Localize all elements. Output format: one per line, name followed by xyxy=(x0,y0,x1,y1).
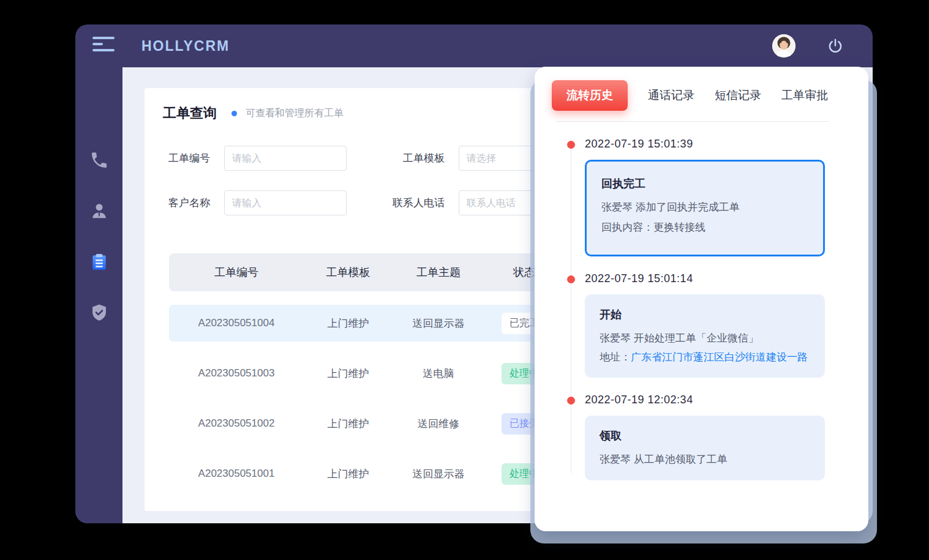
timeline-timestamp: 2022-07-19 15:01:14 xyxy=(585,272,844,285)
avatar[interactable] xyxy=(772,34,795,58)
tab-sms-records[interactable]: 短信记录 xyxy=(715,88,761,103)
tab-flow-history[interactable]: 流转历史 xyxy=(552,80,628,111)
flow-timeline: 2022-07-19 15:01:39 回执完工 张爱琴 添加了回执并完成工单 … xyxy=(535,122,868,480)
stage: HOLLYCRM xyxy=(0,0,929,560)
timeline-dot xyxy=(567,397,575,405)
tab-approval[interactable]: 工单审批 xyxy=(781,88,828,103)
menu-icon[interactable] xyxy=(92,37,115,55)
timeline-card-claim[interactable]: 领取 张爱琴 从工单池领取了工单 xyxy=(585,416,825,480)
address-link[interactable]: 广东省江门市蓬江区白沙街道建设一路 xyxy=(631,348,808,367)
address-label: 地址： xyxy=(600,348,631,367)
power-icon[interactable] xyxy=(827,38,843,54)
filter-label-customer: 客户名称 xyxy=(145,196,210,210)
topbar: HOLLYCRM xyxy=(75,24,873,67)
sidebar xyxy=(75,67,122,523)
phone-icon[interactable] xyxy=(89,151,109,170)
brand-logo: HOLLYCRM xyxy=(141,38,230,54)
timeline-item: 2022-07-19 12:02:34 领取 张爱琴 从工单池领取了工单 xyxy=(585,394,844,480)
timeline-card-start[interactable]: 开始 张爱琴 开始处理工单「企业微信」 地址： 广东省江门市蓬江区白沙街道建设一… xyxy=(585,294,825,378)
shield-icon[interactable] xyxy=(89,303,109,323)
timeline-dot xyxy=(567,275,575,283)
timeline-timestamp: 2022-07-19 12:02:34 xyxy=(585,394,844,406)
timeline-item: 2022-07-19 15:01:14 开始 张爱琴 开始处理工单「企业微信」 … xyxy=(585,272,844,378)
page-title: 工单查询 xyxy=(163,104,217,122)
header-template: 工单模板 xyxy=(304,265,393,280)
subtitle-dot xyxy=(231,111,237,116)
header-order-id: 工单编号 xyxy=(169,265,304,280)
filter-label-template: 工单模板 xyxy=(347,151,445,165)
filter-label-order-id: 工单编号 xyxy=(145,151,210,165)
timeline-dot xyxy=(567,141,575,149)
panel-tabs: 流转历史 通话记录 短信记录 工单审批 xyxy=(535,67,868,111)
timeline-card-receipt-complete[interactable]: 回执完工 张爱琴 添加了回执并完成工单 回执内容：更换转接线 xyxy=(585,160,825,256)
page-subtitle: 可查看和管理所有工单 xyxy=(246,107,344,120)
filter-label-phone: 联系人电话 xyxy=(347,196,445,210)
user-icon[interactable] xyxy=(89,201,109,221)
detail-panel: 流转历史 通话记录 短信记录 工单审批 2022-07-19 15:01:39 … xyxy=(535,67,868,531)
order-id-input[interactable] xyxy=(224,146,347,171)
clipboard-icon[interactable] xyxy=(89,252,109,272)
topbar-actions xyxy=(772,24,843,67)
customer-name-input[interactable] xyxy=(224,190,347,215)
timeline-item: 2022-07-19 15:01:39 回执完工 张爱琴 添加了回执并完成工单 … xyxy=(585,138,844,256)
timeline-timestamp: 2022-07-19 15:01:39 xyxy=(585,138,844,151)
tab-call-records[interactable]: 通话记录 xyxy=(648,88,694,103)
header-subject: 工单主题 xyxy=(393,265,484,280)
